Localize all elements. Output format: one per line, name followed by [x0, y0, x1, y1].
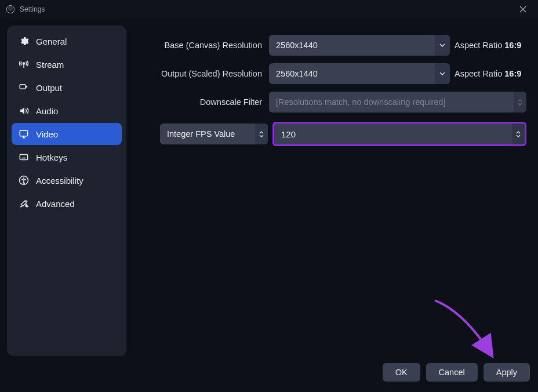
- base-resolution-value: 2560x1440: [276, 41, 318, 50]
- svg-rect-3: [20, 130, 28, 136]
- fps-type-value: Integer FPS Value: [167, 129, 235, 139]
- close-button[interactable]: [511, 0, 535, 19]
- sidebar-item-stream[interactable]: Stream: [12, 53, 122, 75]
- row-downscale-filter: Downscale Filter [Resolutions match, no …: [134, 92, 526, 112]
- sidebar-item-output[interactable]: Output: [12, 77, 122, 99]
- obs-logo-icon: [6, 5, 15, 14]
- sidebar-item-label: General: [36, 37, 67, 46]
- sidebar-item-accessibility[interactable]: Accessibility: [12, 169, 122, 191]
- window-title: Settings: [20, 5, 45, 13]
- label-output-resolution: Output (Scaled) Resolution: [134, 69, 264, 78]
- apply-button[interactable]: Apply: [484, 363, 530, 382]
- spinner-icon[interactable]: [255, 124, 268, 144]
- body: General Stream Output Audio: [0, 19, 538, 356]
- label-base-resolution: Base (Canvas) Resolution: [134, 41, 264, 50]
- sidebar-item-label: Output: [36, 83, 62, 93]
- chevron-down-icon[interactable]: [435, 35, 450, 56]
- fps-value: 120: [281, 129, 296, 139]
- downscale-filter-value: [Resolutions match, no downscaling requi…: [276, 97, 446, 107]
- output-aspect: Aspect Ratio 16:9: [455, 69, 526, 78]
- svg-rect-2: [20, 85, 26, 89]
- sidebar-item-label: Accessibility: [36, 176, 83, 186]
- fps-type-select[interactable]: Integer FPS Value: [160, 124, 268, 144]
- monitor-icon: [19, 129, 29, 139]
- keyboard-icon: [19, 152, 29, 162]
- base-resolution-select[interactable]: 2560x1440: [269, 35, 450, 56]
- row-base-resolution: Base (Canvas) Resolution 2560x1440 Aspec…: [134, 35, 526, 56]
- gear-icon: [19, 36, 29, 46]
- sidebar-item-audio[interactable]: Audio: [12, 100, 122, 122]
- accessibility-icon: [19, 175, 29, 186]
- settings-window: Settings General Stream: [0, 0, 538, 392]
- downscale-filter-select: [Resolutions match, no downscaling requi…: [269, 92, 526, 112]
- svg-rect-4: [20, 155, 28, 160]
- ok-button[interactable]: OK: [383, 363, 420, 382]
- sidebar-item-label: Video: [36, 129, 58, 139]
- output-icon: [19, 82, 29, 93]
- output-resolution-value: 2560x1440: [276, 69, 318, 78]
- spinner-icon: [514, 92, 526, 112]
- spinner-icon[interactable]: [512, 124, 525, 144]
- antenna-icon: [19, 59, 29, 70]
- speaker-icon: [19, 106, 29, 116]
- sidebar-item-label: Advanced: [36, 199, 75, 209]
- sidebar-item-hotkeys[interactable]: Hotkeys: [12, 146, 122, 168]
- title-bar: Settings: [0, 0, 538, 19]
- content-pane: Base (Canvas) Resolution 2560x1440 Aspec…: [134, 26, 531, 356]
- cancel-button[interactable]: Cancel: [426, 363, 478, 382]
- footer: OK Cancel Apply: [0, 356, 538, 392]
- row-output-resolution: Output (Scaled) Resolution 2560x1440 Asp…: [134, 63, 526, 84]
- sidebar-item-general[interactable]: General: [12, 30, 122, 52]
- sidebar: General Stream Output Audio: [7, 26, 126, 356]
- output-resolution-select[interactable]: 2560x1440: [269, 63, 450, 84]
- svg-point-1: [23, 63, 25, 64]
- sidebar-item-advanced[interactable]: Advanced: [12, 193, 122, 215]
- sidebar-item-label: Audio: [36, 106, 58, 116]
- svg-point-6: [23, 177, 24, 179]
- sidebar-item-label: Hotkeys: [36, 153, 67, 162]
- base-aspect: Aspect Ratio 16:9: [455, 41, 526, 50]
- sidebar-item-label: Stream: [36, 60, 64, 70]
- chevron-down-icon[interactable]: [435, 63, 450, 84]
- row-fps: Integer FPS Value 120: [134, 122, 526, 146]
- sidebar-item-video[interactable]: Video: [12, 123, 122, 145]
- fps-value-input[interactable]: 120: [272, 122, 526, 146]
- label-downscale-filter: Downscale Filter: [134, 97, 264, 107]
- tools-icon: [19, 198, 29, 209]
